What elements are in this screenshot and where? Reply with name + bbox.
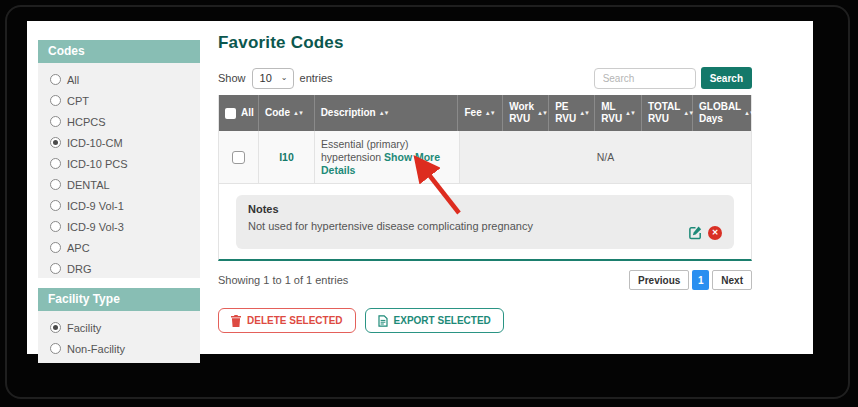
radio-icon bbox=[50, 158, 61, 169]
radio-icon bbox=[50, 116, 61, 127]
show-label: Show bbox=[218, 72, 246, 84]
sidebar-item-facility[interactable]: Facility bbox=[50, 321, 188, 334]
sidebar-item-non-facility[interactable]: Non-Facility bbox=[50, 342, 188, 355]
facility-type-panel: Facility Type Facility Non-Facility bbox=[38, 288, 200, 363]
page-1-button[interactable]: 1 bbox=[692, 270, 709, 290]
column-header-all: All bbox=[219, 95, 259, 131]
radio-label: DENTAL bbox=[67, 179, 110, 191]
column-header-work-rvu[interactable]: Work RVU ▲▼ bbox=[503, 95, 549, 131]
button-label: EXPORT SELECTED bbox=[394, 315, 491, 326]
radio-label: ICD-10 PCS bbox=[67, 158, 128, 170]
sidebar-item-all[interactable]: All bbox=[50, 73, 188, 86]
radio-icon bbox=[50, 200, 61, 211]
column-label: TOTAL RVU bbox=[648, 101, 680, 125]
sidebar-item-icd-9-vol-1[interactable]: ICD-9 Vol-1 bbox=[50, 199, 188, 212]
radio-icon bbox=[50, 95, 61, 106]
radio-label: All bbox=[67, 74, 79, 86]
sidebar-item-hcpcs[interactable]: HCPCS bbox=[50, 115, 188, 128]
column-header-total-rvu[interactable]: TOTAL RVU ▲▼ bbox=[642, 95, 693, 131]
radio-icon bbox=[50, 179, 61, 190]
search-button[interactable]: Search bbox=[701, 67, 752, 89]
edit-note-icon[interactable] bbox=[688, 225, 703, 240]
column-header-global-days[interactable]: GLOBAL Days ▲▼ bbox=[693, 95, 751, 131]
row-checkbox-cell bbox=[219, 131, 259, 183]
radio-icon-selected bbox=[50, 322, 61, 333]
notes-actions bbox=[688, 225, 722, 240]
column-label: Code bbox=[265, 107, 290, 119]
sort-icon: ▲▼ bbox=[579, 107, 589, 119]
column-header-code[interactable]: Code ▲▼ bbox=[259, 95, 315, 131]
column-label: Fee bbox=[464, 107, 481, 119]
sort-icon: ▲▼ bbox=[485, 107, 495, 119]
column-label: GLOBAL Days bbox=[699, 101, 741, 125]
radio-label: Non-Facility bbox=[67, 343, 125, 355]
row-description-cell: Essential (primary) hypertension Show Mo… bbox=[315, 131, 460, 183]
table-footer: Showing 1 to 1 of 1 entries Previous 1 N… bbox=[218, 270, 752, 290]
row-code-cell: I10 bbox=[259, 131, 315, 183]
column-header-description[interactable]: Description ▲▼ bbox=[315, 95, 459, 131]
next-page-button[interactable]: Next bbox=[712, 270, 752, 290]
sort-icon: ▲▼ bbox=[293, 107, 303, 119]
radio-label: DRG bbox=[67, 263, 91, 275]
chevron-down-icon: ⌄ bbox=[281, 73, 288, 82]
row-checkbox[interactable] bbox=[232, 151, 245, 164]
select-all-checkbox[interactable] bbox=[225, 108, 236, 119]
radio-icon bbox=[50, 263, 61, 274]
radio-label: ICD-9 Vol-3 bbox=[67, 221, 124, 233]
main-content: Favorite Codes Show 10 ⌄ entries Search … bbox=[218, 33, 752, 333]
column-header-pe-rvu[interactable]: PE RVU ▲▼ bbox=[549, 95, 595, 131]
column-header-fee[interactable]: Fee ▲▼ bbox=[458, 95, 503, 131]
sort-icon: ▲▼ bbox=[683, 107, 693, 119]
notes-box: Notes Not used for hypertensive disease … bbox=[236, 195, 734, 249]
radio-label: HCPCS bbox=[67, 116, 106, 128]
sort-icon: ▲▼ bbox=[625, 107, 635, 119]
facility-panel-title: Facility Type bbox=[38, 288, 200, 311]
trash-icon bbox=[231, 315, 241, 327]
facility-panel-body: Facility Non-Facility bbox=[38, 311, 200, 363]
sidebar-item-apc[interactable]: APC bbox=[50, 241, 188, 254]
table-header-row: All Code ▲▼ Description ▲▼ Fee ▲▼ Work R… bbox=[219, 95, 751, 131]
column-header-ml-rvu[interactable]: ML RVU ▲▼ bbox=[595, 95, 642, 131]
radio-icon bbox=[50, 343, 61, 354]
codes-panel-body: All CPT HCPCS ICD-10-CM ICD-10 PCS bbox=[38, 63, 200, 278]
sidebar: Codes All CPT HCPCS ICD-10-CM bbox=[38, 40, 200, 373]
radio-label: ICD-9 Vol-1 bbox=[67, 200, 124, 212]
entries-label: entries bbox=[300, 72, 333, 84]
button-label: DELETE SELECTED bbox=[247, 315, 343, 326]
column-label: Description bbox=[321, 107, 376, 119]
sort-icon: ▲▼ bbox=[537, 107, 547, 119]
radio-label: CPT bbox=[67, 95, 89, 107]
bulk-actions: DELETE SELECTED EXPORT SELECTED bbox=[218, 308, 752, 333]
radio-icon bbox=[50, 221, 61, 232]
showing-entries-text: Showing 1 to 1 of 1 entries bbox=[218, 274, 348, 286]
column-label: PE RVU bbox=[555, 101, 576, 125]
radio-icon-selected bbox=[50, 137, 61, 148]
export-selected-button[interactable]: EXPORT SELECTED bbox=[365, 308, 504, 333]
row-detail-section: Notes Not used for hypertensive disease … bbox=[219, 183, 751, 259]
sidebar-item-icd-10-pcs[interactable]: ICD-10 PCS bbox=[50, 157, 188, 170]
radio-label: Facility bbox=[67, 322, 101, 334]
previous-page-button[interactable]: Previous bbox=[629, 270, 689, 290]
sidebar-item-icd-9-vol-3[interactable]: ICD-9 Vol-3 bbox=[50, 220, 188, 233]
sidebar-item-drg[interactable]: DRG bbox=[50, 262, 188, 275]
page-size-select[interactable]: 10 ⌄ bbox=[252, 68, 294, 89]
table-controls: Show 10 ⌄ entries Search bbox=[218, 67, 752, 89]
page-title: Favorite Codes bbox=[218, 33, 752, 53]
radio-icon bbox=[50, 242, 61, 253]
codes-panel-title: Codes bbox=[38, 40, 200, 63]
show-entries-control: Show 10 ⌄ entries bbox=[218, 68, 333, 89]
app-page: Codes All CPT HCPCS ICD-10-CM bbox=[27, 21, 813, 354]
sidebar-item-icd-10-cm[interactable]: ICD-10-CM bbox=[50, 136, 188, 149]
search-input[interactable] bbox=[594, 68, 696, 89]
delete-note-icon[interactable] bbox=[708, 226, 722, 240]
delete-selected-button[interactable]: DELETE SELECTED bbox=[218, 308, 356, 333]
column-label: All bbox=[241, 107, 254, 119]
column-label: Work RVU bbox=[509, 101, 534, 125]
export-file-icon bbox=[378, 315, 388, 327]
page-size-value: 10 bbox=[260, 72, 272, 84]
sidebar-item-cpt[interactable]: CPT bbox=[50, 94, 188, 107]
notes-text: Not used for hypertensive disease compli… bbox=[248, 220, 722, 232]
pagination: Previous 1 Next bbox=[629, 270, 752, 290]
sidebar-item-dental[interactable]: DENTAL bbox=[50, 178, 188, 191]
sort-icon: ▲▼ bbox=[379, 107, 389, 119]
